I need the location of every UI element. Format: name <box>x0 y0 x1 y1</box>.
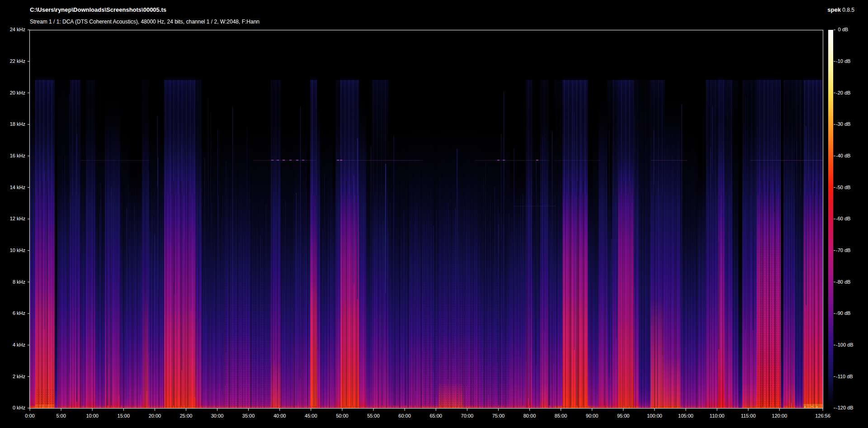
svg-text:100:00: 100:00 <box>647 413 662 418</box>
svg-text:C:\Users\rynep\Downloads\Scree: C:\Users\rynep\Downloads\Screenshots\000… <box>30 6 166 13</box>
svg-text:0 kHz: 0 kHz <box>13 405 25 410</box>
svg-text:-110 dB: -110 dB <box>836 374 853 379</box>
svg-text:0:00: 0:00 <box>25 413 34 418</box>
svg-text:10:00: 10:00 <box>86 413 99 418</box>
svg-text:16 kHz: 16 kHz <box>10 153 25 158</box>
svg-text:70:00: 70:00 <box>461 413 474 418</box>
svg-text:20:00: 20:00 <box>149 413 161 418</box>
svg-text:110:00: 110:00 <box>710 413 725 418</box>
svg-text:20 kHz: 20 kHz <box>10 90 25 95</box>
svg-text:80:00: 80:00 <box>524 413 536 418</box>
svg-text:65:00: 65:00 <box>429 413 442 418</box>
svg-text:10 kHz: 10 kHz <box>10 247 25 253</box>
svg-text:-100 dB: -100 dB <box>836 342 854 347</box>
svg-text:90:00: 90:00 <box>586 413 599 418</box>
svg-text:-120 dB: -120 dB <box>836 405 854 410</box>
svg-text:85:00: 85:00 <box>555 413 567 418</box>
svg-text:24 kHz: 24 kHz <box>10 27 25 32</box>
svg-text:5:00: 5:00 <box>56 413 66 418</box>
svg-text:-90 dB: -90 dB <box>836 310 850 316</box>
svg-text:45:00: 45:00 <box>305 413 317 418</box>
svg-text:15:00: 15:00 <box>118 413 130 418</box>
svg-text:6 kHz: 6 kHz <box>13 310 25 316</box>
svg-text:50:00: 50:00 <box>336 413 349 418</box>
svg-text:-30 dB: -30 dB <box>836 121 850 127</box>
svg-text:35:00: 35:00 <box>242 413 255 418</box>
svg-text:126:56: 126:56 <box>815 413 830 418</box>
svg-text:115:00: 115:00 <box>741 413 756 418</box>
svg-text:2 kHz: 2 kHz <box>13 374 25 379</box>
svg-text:Stream 1 / 1: DCA (DTS Coheren: Stream 1 / 1: DCA (DTS Coherent Acoustic… <box>30 19 259 25</box>
svg-text:12 kHz: 12 kHz <box>10 216 25 221</box>
svg-text:-40 dB: -40 dB <box>836 153 850 158</box>
svg-text:-70 dB: -70 dB <box>836 247 850 253</box>
svg-text:4 kHz: 4 kHz <box>13 342 25 347</box>
svg-text:30:00: 30:00 <box>211 413 224 418</box>
svg-text:spek 0.8.5: spek 0.8.5 <box>827 6 854 13</box>
svg-text:25:00: 25:00 <box>180 413 193 418</box>
svg-text:95:00: 95:00 <box>617 413 630 418</box>
svg-text:120:00: 120:00 <box>772 413 787 418</box>
svg-text:75:00: 75:00 <box>492 413 505 418</box>
svg-text:-50 dB: -50 dB <box>836 185 850 190</box>
svg-text:-80 dB: -80 dB <box>836 279 850 285</box>
svg-text:8 kHz: 8 kHz <box>13 279 25 285</box>
svg-text:60:00: 60:00 <box>398 413 411 418</box>
svg-text:40:00: 40:00 <box>274 413 286 418</box>
svg-text:18 kHz: 18 kHz <box>10 121 25 127</box>
svg-text:55:00: 55:00 <box>367 413 380 418</box>
svg-text:-60 dB: -60 dB <box>836 216 850 221</box>
svg-text:14 kHz: 14 kHz <box>10 185 25 190</box>
svg-text:-10 dB: -10 dB <box>836 58 850 64</box>
svg-text:105:00: 105:00 <box>678 413 693 418</box>
svg-text:0 dB: 0 dB <box>838 27 849 32</box>
svg-text:22 kHz: 22 kHz <box>10 58 25 64</box>
svg-text:-20 dB: -20 dB <box>836 90 850 95</box>
